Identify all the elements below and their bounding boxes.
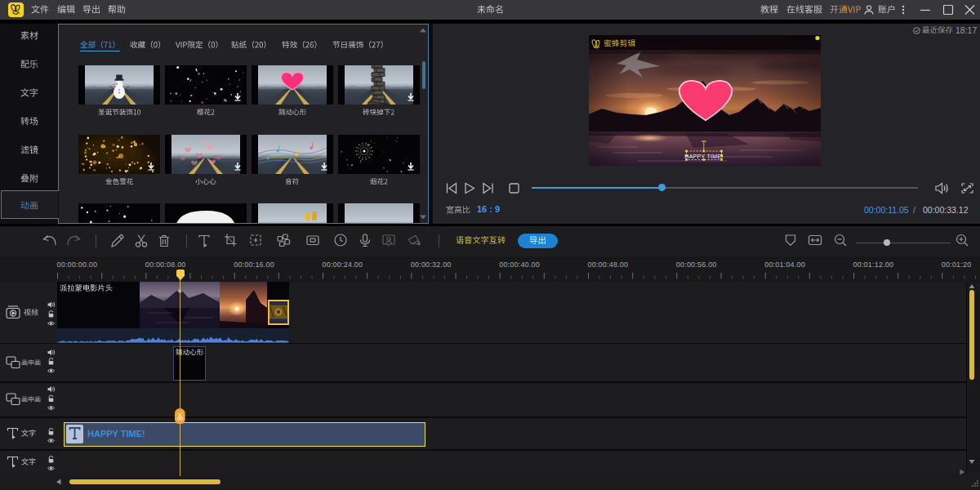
svg-text:HAPPY TIME!: HAPPY TIME! <box>684 153 723 158</box>
